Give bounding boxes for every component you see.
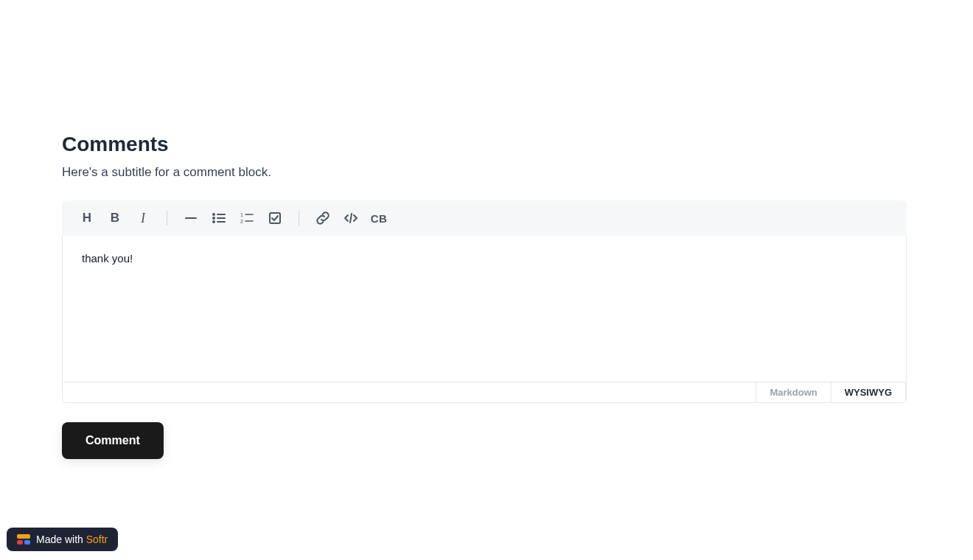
bullet-list-icon [212, 211, 226, 225]
svg-line-12 [350, 214, 352, 223]
codeblock-icon: CB [371, 212, 388, 225]
italic-icon: I [141, 211, 145, 226]
editor-mode-tabs: Markdown WYSIWYG [756, 382, 906, 402]
editor-toolbar: H B I [62, 200, 907, 236]
page-subtitle: Here's a subtitle for a comment block. [62, 165, 911, 180]
link-button[interactable] [311, 206, 335, 230]
tab-markdown[interactable]: Markdown [756, 382, 831, 402]
tab-wysiwyg[interactable]: WYSIWYG [831, 382, 906, 402]
code-icon [343, 211, 359, 225]
editor-textarea[interactable]: thank you! [62, 236, 907, 382]
softr-badge[interactable]: Made with Softr [7, 528, 118, 551]
svg-text:2: 2 [240, 219, 243, 224]
comment-button[interactable]: Comment [62, 422, 164, 459]
svg-point-3 [213, 221, 215, 223]
bold-icon: B [111, 211, 119, 225]
toolbar-divider [167, 211, 167, 225]
horizontal-rule-button[interactable] [179, 206, 203, 230]
ordered-list-icon: 1 2 [240, 211, 254, 225]
heading-button[interactable]: H [75, 206, 99, 230]
codeblock-button[interactable]: CB [367, 206, 391, 230]
ordered-list-button[interactable]: 1 2 [235, 206, 259, 230]
toolbar-divider [299, 211, 299, 225]
softr-logo-icon [17, 534, 30, 545]
svg-point-1 [213, 214, 215, 215]
heading-icon: H [83, 211, 91, 225]
svg-point-2 [213, 217, 215, 219]
editor-footer: Markdown WYSIWYG [62, 382, 907, 403]
checklist-button[interactable] [263, 206, 287, 230]
svg-text:1: 1 [240, 212, 243, 217]
italic-button[interactable]: I [131, 206, 155, 230]
comment-editor: H B I [62, 200, 907, 403]
code-button[interactable] [339, 206, 363, 230]
horizontal-rule-icon [184, 211, 198, 225]
bold-button[interactable]: B [103, 206, 127, 230]
badge-text: Made with Softr [36, 533, 108, 545]
page-title: Comments [62, 133, 911, 156]
link-icon [315, 211, 330, 225]
bullet-list-button[interactable] [207, 206, 231, 230]
editor-content: thank you! [82, 252, 887, 265]
checklist-icon [268, 211, 282, 225]
